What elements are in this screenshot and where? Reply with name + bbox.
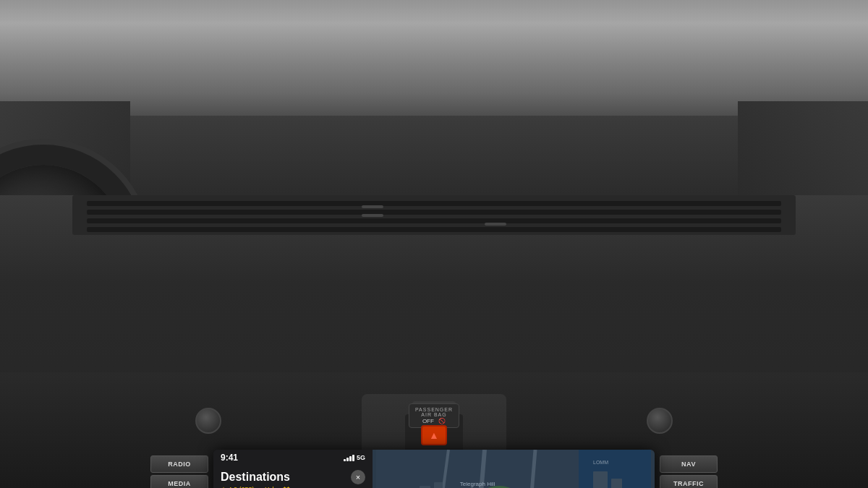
vent-knob-right[interactable]: [647, 408, 673, 434]
signal-bars: [344, 455, 354, 461]
right-control-panel: NAV TRAFFIC CAR MENU: [660, 455, 718, 488]
airbag-indicator: PASSENGER AIR BAG OFF 🚫: [409, 403, 459, 428]
signal-bar-1: [344, 459, 346, 461]
network-label: 5G: [357, 454, 365, 461]
signal-bar-3: [349, 456, 352, 461]
dashboard-top: [0, 0, 868, 202]
airbag-status: OFF 🚫: [415, 418, 453, 424]
map-area[interactable]: Telegraph Hill LOMM Pioneer Park COIT TO…: [373, 450, 655, 488]
radio-button[interactable]: RADIO: [150, 455, 208, 473]
signal-bar-2: [346, 458, 349, 461]
nav-button[interactable]: NAV: [660, 455, 718, 473]
car-background: PASSENGER AIR BAG OFF 🚫 RADIO MEDIA PHON…: [0, 0, 868, 488]
vent-knob-left[interactable]: [195, 408, 221, 434]
signal-bar-4: [352, 455, 354, 461]
close-button[interactable]: ×: [351, 470, 365, 484]
destinations-header: Destinations ×: [213, 466, 373, 486]
media-button[interactable]: MEDIA: [150, 475, 208, 488]
svg-rect-7: [593, 471, 608, 488]
left-control-panel: RADIO MEDIA PHONE VOICE: [150, 455, 208, 488]
map-svg: Telegraph Hill LOMM Pioneer Park COIT TO…: [373, 450, 655, 488]
infotainment-screen: 9:41 5G Destinat: [213, 450, 655, 488]
airbag-label: PASSENGER: [415, 407, 453, 412]
svg-text:Telegraph Hill: Telegraph Hill: [460, 481, 495, 487]
traffic-button[interactable]: TRAFFIC: [660, 475, 718, 488]
svg-text:LOMM: LOMM: [593, 460, 608, 465]
status-time: 9:41: [221, 453, 238, 463]
svg-rect-5: [434, 482, 443, 488]
status-icons: 5G: [344, 454, 365, 461]
vent-grille: [72, 195, 796, 235]
hazard-button[interactable]: [421, 425, 447, 445]
airbag-label2: AIR BAG: [415, 412, 453, 417]
destinations-title: Destinations: [221, 471, 290, 484]
svg-rect-8: [611, 479, 622, 488]
carplay-panel: 9:41 5G Destinat: [213, 450, 373, 488]
status-bar: 9:41 5G: [213, 450, 373, 466]
